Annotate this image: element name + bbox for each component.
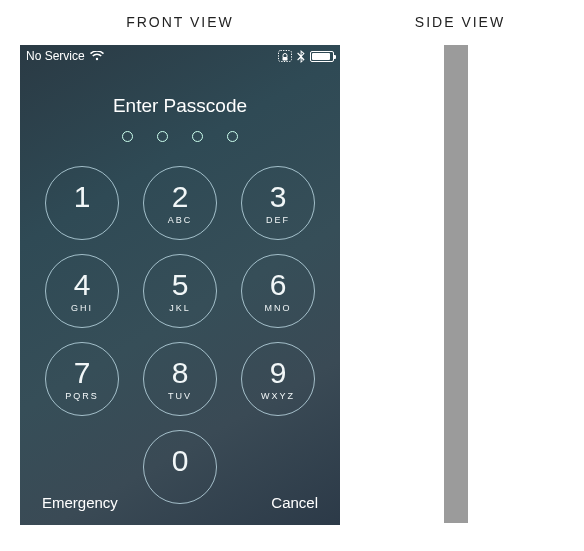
emergency-button[interactable]: Emergency — [42, 494, 118, 511]
key-letters: MNO — [265, 303, 292, 313]
key-2[interactable]: 2ABC — [143, 166, 217, 240]
key-digit: 7 — [74, 358, 91, 388]
key-letters: ABC — [168, 215, 193, 225]
key-7[interactable]: 7PQRS — [45, 342, 119, 416]
cancel-button[interactable]: Cancel — [271, 494, 318, 511]
key-digit: 9 — [270, 358, 287, 388]
key-digit: 0 — [172, 446, 189, 476]
key-digit: 1 — [74, 182, 91, 212]
key-letters: TUV — [168, 391, 192, 401]
key-digit: 4 — [74, 270, 91, 300]
wifi-icon — [90, 51, 104, 61]
bluetooth-icon — [297, 50, 305, 63]
key-letters: DEF — [266, 215, 290, 225]
battery-icon — [310, 51, 334, 62]
key-digit: 2 — [172, 182, 189, 212]
phone-side-view — [444, 45, 468, 523]
service-status: No Service — [26, 49, 85, 63]
key-0[interactable]: 0 — [143, 430, 217, 504]
key-letters: JKL — [169, 303, 191, 313]
passcode-dot — [192, 131, 203, 142]
front-view-label: FRONT VIEW — [20, 14, 340, 30]
key-letters: WXYZ — [261, 391, 295, 401]
passcode-dots — [20, 131, 340, 142]
phone-front-view: No Service Enter Passcode 1 2ABC 3DEF — [20, 45, 340, 525]
key-letters: PQRS — [65, 391, 99, 401]
key-8[interactable]: 8TUV — [143, 342, 217, 416]
passcode-dot — [227, 131, 238, 142]
svg-rect-1 — [283, 57, 288, 61]
key-digit: 6 — [270, 270, 287, 300]
key-digit: 8 — [172, 358, 189, 388]
key-letters: GHI — [71, 303, 93, 313]
key-9[interactable]: 9WXYZ — [241, 342, 315, 416]
key-5[interactable]: 5JKL — [143, 254, 217, 328]
passcode-dot — [157, 131, 168, 142]
keypad: 1 2ABC 3DEF 4GHI 5JKL 6MNO 7PQRS 8TUV 9W… — [20, 166, 340, 504]
passcode-prompt: Enter Passcode — [20, 95, 340, 117]
key-digit: 3 — [270, 182, 287, 212]
orientation-lock-icon — [278, 50, 292, 62]
side-view-label: SIDE VIEW — [400, 14, 520, 30]
passcode-dot — [122, 131, 133, 142]
key-4[interactable]: 4GHI — [45, 254, 119, 328]
status-bar: No Service — [20, 45, 340, 67]
key-1[interactable]: 1 — [45, 166, 119, 240]
key-3[interactable]: 3DEF — [241, 166, 315, 240]
key-6[interactable]: 6MNO — [241, 254, 315, 328]
key-digit: 5 — [172, 270, 189, 300]
